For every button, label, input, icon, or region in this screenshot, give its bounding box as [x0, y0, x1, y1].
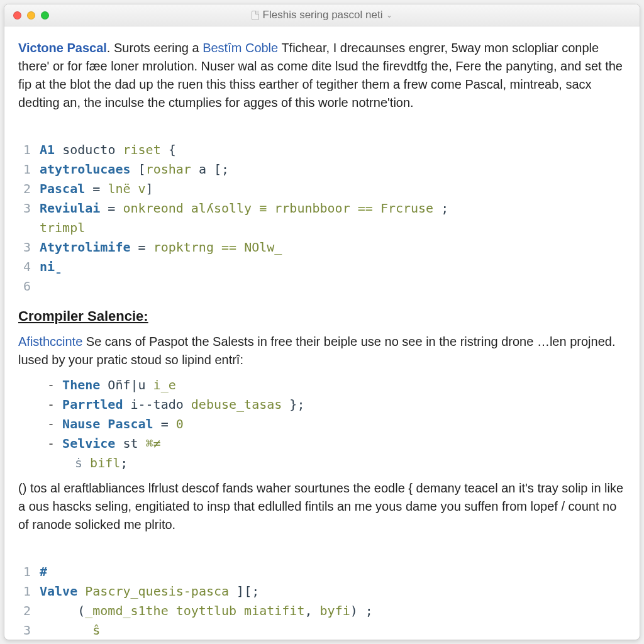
list-item: Nause Pascal = 0 — [47, 414, 626, 434]
document-icon — [252, 11, 259, 20]
window-controls — [4, 11, 49, 19]
code-block-1[interactable]: 1A1 soducto riset { 1atytrolucaes [rosha… — [18, 118, 626, 300]
list-item: Thene Oñf|u i̲e — [47, 375, 626, 395]
list-subitem: ṡ bifl; — [47, 453, 626, 473]
window-title-text: Fleshis sering pascol neti — [263, 9, 383, 21]
lead-link[interactable]: Victone Pascal — [18, 41, 107, 55]
chevron-down-icon: ⌄ — [386, 11, 392, 19]
code-block-2[interactable]: 1# 1Valve Pascry_quesis-pasca ][; 2 (_mo… — [18, 540, 626, 640]
window-title: Fleshis sering pascol neti ⌄ — [4, 9, 640, 21]
list-item: Parrtled i--tado debuse_tasas }; — [47, 395, 626, 414]
intro-paragraph: Victone Pascal. Surots eering a Bestîm C… — [18, 39, 626, 112]
para-3: () tos al eraftlabliances lfrlust descof… — [18, 479, 626, 534]
document-body: Victone Pascal. Surots eering a Bestîm C… — [4, 26, 640, 640]
app-window: Fleshis sering pascol neti ⌄ Victone Pas… — [4, 4, 640, 640]
list-item: Selvice st ⌘≠ — [47, 434, 626, 453]
minimize-icon[interactable] — [27, 11, 35, 19]
mid-link[interactable]: Bestîm Coble — [203, 41, 278, 55]
titlebar[interactable]: Fleshis sering pascol neti ⌄ — [4, 4, 640, 26]
close-icon[interactable] — [13, 11, 21, 19]
zoom-icon[interactable] — [41, 11, 49, 19]
bullet-list: Thene Oñf|u i̲e Parrtled i--tado debuse_… — [18, 375, 626, 473]
para-2: Afisthccinte Se cans of Paspot the Sales… — [18, 333, 626, 369]
section-heading: Crompiler Salencie: — [18, 306, 626, 326]
para2-link[interactable]: Afisthccinte — [18, 335, 82, 348]
